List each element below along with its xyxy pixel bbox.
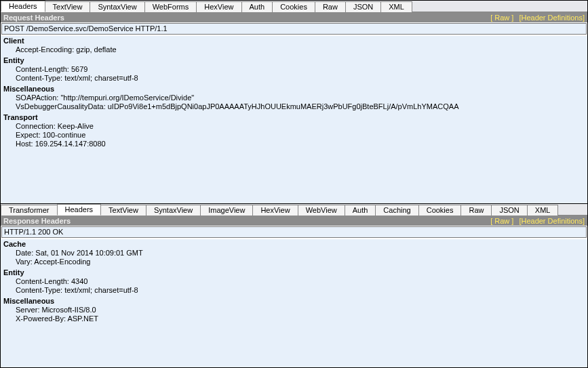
header-line[interactable]: X-Powered-By: ASP.NET	[16, 314, 587, 323]
header-group-title: Miscellaneous	[3, 84, 587, 94]
request-first-line[interactable]: POST /DemoService.svc/DemoService HTTP/1…	[1, 23, 587, 35]
response-header-definitions-link[interactable]: [Header Definitions]	[519, 216, 585, 226]
tab-textview[interactable]: TextView	[45, 1, 91, 12]
header-group-title: Cache	[3, 239, 587, 249]
header-group: TransportConnection: Keep-AliveExpect: 1…	[3, 113, 587, 148]
header-line[interactable]: Accept-Encoding: gzip, deflate	[16, 45, 587, 54]
header-line[interactable]: Expect: 100-continue	[16, 131, 587, 140]
header-line[interactable]: Server: Microsoft-IIS/8.0	[16, 306, 587, 314]
tab-hexview[interactable]: HexView	[196, 1, 241, 12]
header-group-title: Client	[3, 36, 587, 45]
header-group: EntityContent-Length: 4340Content-Type: …	[3, 268, 587, 295]
tab-xml[interactable]: XML	[380, 1, 412, 12]
tab-imageview[interactable]: ImageView	[200, 205, 253, 216]
tab-webview[interactable]: WebView	[298, 205, 345, 216]
header-line[interactable]: Date: Sat, 01 Nov 2014 10:09:01 GMT	[16, 249, 587, 258]
response-pane: TransformerHeadersTextViewSyntaxViewImag…	[1, 204, 587, 367]
header-line[interactable]: Content-Length: 5679	[16, 65, 587, 74]
tab-cookies[interactable]: Cookies	[418, 205, 462, 216]
header-line[interactable]: SOAPAction: "http://tempuri.org/IDemoSer…	[16, 94, 587, 102]
request-raw-link[interactable]: [ Raw ]	[490, 13, 513, 22]
tab-raw[interactable]: Raw	[460, 205, 492, 216]
tab-textview[interactable]: TextView	[100, 205, 146, 216]
tab-xml[interactable]: XML	[527, 205, 559, 216]
tab-json[interactable]: JSON	[345, 1, 381, 12]
header-line[interactable]: Vary: Accept-Encoding	[16, 258, 587, 266]
header-group: EntityContent-Length: 5679Content-Type: …	[3, 56, 587, 83]
response-headers-content: CacheDate: Sat, 01 Nov 2014 10:09:01 GMT…	[1, 239, 587, 367]
request-section-bar: Request Headers [ Raw ] [Header Definiti…	[1, 12, 587, 22]
header-group-title: Entity	[3, 56, 587, 65]
tab-headers[interactable]: Headers	[57, 204, 102, 216]
tab-transformer[interactable]: Transformer	[1, 205, 58, 216]
tab-raw[interactable]: Raw	[315, 1, 346, 12]
header-line[interactable]: Content-Type: text/xml; charset=utf-8	[16, 74, 587, 83]
request-section-title: Request Headers	[3, 13, 64, 22]
response-first-line[interactable]: HTTP/1.1 200 OK	[1, 226, 587, 238]
response-section-bar: Response Headers [ Raw ] [Header Definit…	[1, 216, 587, 226]
header-line[interactable]: VsDebuggerCausalityData: uIDPo9Vi8e1+m5d…	[16, 102, 587, 111]
request-pane: HeadersTextViewSyntaxViewWebFormsHexView…	[1, 1, 587, 204]
tab-syntaxview[interactable]: SyntaxView	[146, 205, 201, 216]
request-tabstrip: HeadersTextViewSyntaxViewWebFormsHexView…	[1, 1, 587, 12]
tab-hexview[interactable]: HexView	[252, 205, 298, 216]
header-group: MiscellaneousSOAPAction: "http://tempuri…	[3, 84, 587, 111]
tab-headers[interactable]: Headers	[1, 1, 45, 12]
fiddler-inspector: HeadersTextViewSyntaxViewWebFormsHexView…	[0, 0, 588, 368]
header-line[interactable]: Content-Length: 4340	[16, 277, 587, 286]
tab-cookies[interactable]: Cookies	[272, 1, 315, 12]
tab-auth[interactable]: Auth	[241, 1, 273, 12]
tab-webforms[interactable]: WebForms	[144, 1, 197, 12]
request-headers-content: ClientAccept-Encoding: gzip, deflateEnti…	[1, 36, 587, 203]
tab-auth[interactable]: Auth	[345, 205, 376, 216]
header-line[interactable]: Host: 169.254.14.147:8080	[16, 140, 587, 148]
response-raw-link[interactable]: [ Raw ]	[490, 216, 513, 226]
header-group: MiscellaneousServer: Microsoft-IIS/8.0X-…	[3, 296, 587, 323]
header-group-title: Miscellaneous	[3, 296, 587, 306]
request-header-definitions-link[interactable]: [Header Definitions]	[519, 13, 585, 22]
header-group: ClientAccept-Encoding: gzip, deflate	[3, 36, 587, 54]
header-line[interactable]: Content-Type: text/xml; charset=utf-8	[16, 286, 587, 295]
header-group: CacheDate: Sat, 01 Nov 2014 10:09:01 GMT…	[3, 239, 587, 266]
response-section-title: Response Headers	[3, 216, 71, 226]
tab-caching[interactable]: Caching	[375, 205, 418, 216]
header-group-title: Entity	[3, 268, 587, 277]
response-tabstrip: TransformerHeadersTextViewSyntaxViewImag…	[1, 204, 587, 216]
header-line[interactable]: Connection: Keep-Alive	[16, 122, 587, 131]
tab-syntaxview[interactable]: SyntaxView	[90, 1, 144, 12]
tab-json[interactable]: JSON	[491, 205, 527, 216]
header-group-title: Transport	[3, 113, 587, 122]
